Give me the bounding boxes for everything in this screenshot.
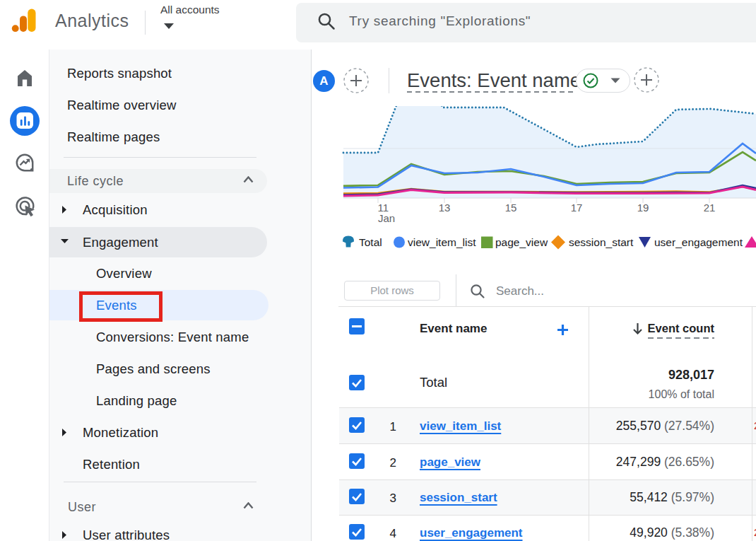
svg-text:21: 21	[704, 202, 716, 214]
svg-text:Total: Total	[359, 236, 382, 248]
svg-text:13: 13	[439, 202, 451, 214]
svg-text:page_view: page_view	[495, 236, 548, 248]
svg-text:session_start: session_start	[569, 236, 634, 248]
svg-text:user_engagement: user_engagement	[654, 236, 743, 248]
svg-text:17: 17	[571, 202, 583, 214]
svg-text:15: 15	[505, 202, 517, 214]
svg-text:19: 19	[637, 202, 649, 214]
svg-text:view_item_list: view_item_list	[408, 236, 476, 248]
svg-text:Jan: Jan	[378, 212, 395, 224]
